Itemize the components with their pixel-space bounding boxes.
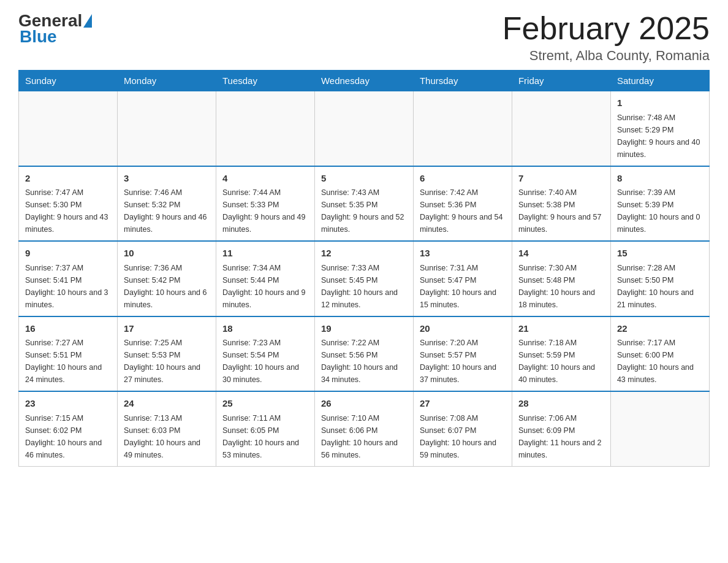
col-wednesday: Wednesday	[314, 71, 413, 91]
col-friday: Friday	[512, 71, 610, 91]
calendar-week-row: 16Sunrise: 7:27 AMSunset: 5:51 PMDayligh…	[19, 316, 710, 392]
location-subtitle: Stremt, Alba County, Romania	[502, 48, 710, 64]
calendar-week-row: 9Sunrise: 7:37 AMSunset: 5:41 PMDaylight…	[19, 241, 710, 316]
month-title: February 2025	[502, 12, 710, 44]
table-row: 28Sunrise: 7:06 AMSunset: 6:09 PMDayligh…	[512, 391, 610, 466]
logo-triangle-icon	[83, 14, 92, 28]
table-row	[19, 91, 118, 166]
table-row: 19Sunrise: 7:22 AMSunset: 5:56 PMDayligh…	[314, 316, 413, 392]
table-row: 5Sunrise: 7:43 AMSunset: 5:35 PMDaylight…	[314, 166, 413, 242]
table-row: 11Sunrise: 7:34 AMSunset: 5:44 PMDayligh…	[216, 241, 314, 316]
day-info: Sunrise: 7:20 AMSunset: 5:57 PMDaylight:…	[420, 337, 506, 386]
table-row: 22Sunrise: 7:17 AMSunset: 6:00 PMDayligh…	[610, 316, 709, 392]
day-info: Sunrise: 7:36 AMSunset: 5:42 PMDaylight:…	[124, 262, 210, 311]
table-row	[413, 91, 512, 166]
day-number: 20	[420, 322, 506, 336]
day-number: 8	[617, 172, 703, 186]
table-row: 20Sunrise: 7:20 AMSunset: 5:57 PMDayligh…	[413, 316, 512, 392]
day-info: Sunrise: 7:18 AMSunset: 5:59 PMDaylight:…	[518, 337, 604, 386]
table-row: 9Sunrise: 7:37 AMSunset: 5:41 PMDaylight…	[19, 241, 118, 316]
title-block: February 2025 Stremt, Alba County, Roman…	[502, 12, 710, 64]
calendar-week-row: 2Sunrise: 7:47 AMSunset: 5:30 PMDaylight…	[19, 166, 710, 242]
day-info: Sunrise: 7:43 AMSunset: 5:35 PMDaylight:…	[321, 186, 407, 236]
col-monday: Monday	[117, 71, 216, 91]
day-number: 28	[518, 397, 604, 411]
day-info: Sunrise: 7:27 AMSunset: 5:51 PMDaylight:…	[25, 337, 111, 386]
day-info: Sunrise: 7:11 AMSunset: 6:05 PMDaylight:…	[222, 412, 308, 461]
table-row	[512, 91, 610, 166]
table-row	[117, 91, 216, 166]
table-row: 12Sunrise: 7:33 AMSunset: 5:45 PMDayligh…	[314, 241, 413, 316]
day-info: Sunrise: 7:10 AMSunset: 6:06 PMDaylight:…	[321, 412, 407, 461]
table-row: 26Sunrise: 7:10 AMSunset: 6:06 PMDayligh…	[314, 391, 413, 466]
col-saturday: Saturday	[610, 71, 709, 91]
table-row: 2Sunrise: 7:47 AMSunset: 5:30 PMDaylight…	[19, 166, 118, 242]
day-number: 23	[25, 397, 111, 411]
day-number: 1	[617, 96, 703, 110]
day-number: 27	[420, 397, 506, 411]
calendar-week-row: 23Sunrise: 7:15 AMSunset: 6:02 PMDayligh…	[19, 391, 710, 466]
table-row	[314, 91, 413, 166]
logo-blue-text: Blue	[18, 27, 57, 47]
day-number: 15	[617, 247, 703, 261]
table-row: 27Sunrise: 7:08 AMSunset: 6:07 PMDayligh…	[413, 391, 512, 466]
day-number: 2	[25, 172, 111, 186]
table-row: 17Sunrise: 7:25 AMSunset: 5:53 PMDayligh…	[117, 316, 216, 392]
table-row: 6Sunrise: 7:42 AMSunset: 5:36 PMDaylight…	[413, 166, 512, 242]
table-row: 24Sunrise: 7:13 AMSunset: 6:03 PMDayligh…	[117, 391, 216, 466]
day-info: Sunrise: 7:30 AMSunset: 5:48 PMDaylight:…	[518, 262, 604, 311]
table-row: 7Sunrise: 7:40 AMSunset: 5:38 PMDaylight…	[512, 166, 610, 242]
day-info: Sunrise: 7:23 AMSunset: 5:54 PMDaylight:…	[222, 337, 308, 386]
day-number: 7	[518, 172, 604, 186]
day-number: 14	[518, 247, 604, 261]
day-info: Sunrise: 7:33 AMSunset: 5:45 PMDaylight:…	[321, 262, 407, 311]
table-row: 13Sunrise: 7:31 AMSunset: 5:47 PMDayligh…	[413, 241, 512, 316]
table-row	[610, 391, 709, 466]
day-number: 18	[222, 322, 308, 336]
logo: General Blue	[18, 12, 93, 47]
day-number: 5	[321, 172, 407, 186]
table-row: 18Sunrise: 7:23 AMSunset: 5:54 PMDayligh…	[216, 316, 314, 392]
table-row: 14Sunrise: 7:30 AMSunset: 5:48 PMDayligh…	[512, 241, 610, 316]
day-info: Sunrise: 7:31 AMSunset: 5:47 PMDaylight:…	[420, 262, 506, 311]
day-number: 26	[321, 397, 407, 411]
day-number: 6	[420, 172, 506, 186]
day-number: 24	[124, 397, 210, 411]
table-row: 23Sunrise: 7:15 AMSunset: 6:02 PMDayligh…	[19, 391, 118, 466]
day-info: Sunrise: 7:40 AMSunset: 5:38 PMDaylight:…	[518, 186, 604, 236]
day-number: 12	[321, 247, 407, 261]
day-info: Sunrise: 7:22 AMSunset: 5:56 PMDaylight:…	[321, 337, 407, 386]
page-header: General Blue February 2025 Stremt, Alba …	[18, 12, 710, 64]
day-number: 4	[222, 172, 308, 186]
table-row: 1Sunrise: 7:48 AMSunset: 5:29 PMDaylight…	[610, 91, 709, 166]
calendar-week-row: 1Sunrise: 7:48 AMSunset: 5:29 PMDaylight…	[19, 91, 710, 166]
day-info: Sunrise: 7:42 AMSunset: 5:36 PMDaylight:…	[420, 186, 506, 236]
table-row: 16Sunrise: 7:27 AMSunset: 5:51 PMDayligh…	[19, 316, 118, 392]
day-number: 13	[420, 247, 506, 261]
day-info: Sunrise: 7:44 AMSunset: 5:33 PMDaylight:…	[222, 186, 308, 236]
day-number: 10	[124, 247, 210, 261]
day-number: 16	[25, 322, 111, 336]
day-info: Sunrise: 7:06 AMSunset: 6:09 PMDaylight:…	[518, 412, 604, 461]
day-info: Sunrise: 7:37 AMSunset: 5:41 PMDaylight:…	[25, 262, 111, 311]
table-row: 4Sunrise: 7:44 AMSunset: 5:33 PMDaylight…	[216, 166, 314, 242]
day-info: Sunrise: 7:17 AMSunset: 6:00 PMDaylight:…	[617, 337, 703, 386]
day-info: Sunrise: 7:34 AMSunset: 5:44 PMDaylight:…	[222, 262, 308, 311]
day-number: 22	[617, 322, 703, 336]
day-info: Sunrise: 7:39 AMSunset: 5:39 PMDaylight:…	[617, 186, 703, 236]
day-number: 17	[124, 322, 210, 336]
day-number: 21	[518, 322, 604, 336]
table-row: 8Sunrise: 7:39 AMSunset: 5:39 PMDaylight…	[610, 166, 709, 242]
day-number: 11	[222, 247, 308, 261]
calendar-header-row: Sunday Monday Tuesday Wednesday Thursday…	[19, 71, 710, 91]
table-row: 21Sunrise: 7:18 AMSunset: 5:59 PMDayligh…	[512, 316, 610, 392]
calendar-table: Sunday Monday Tuesday Wednesday Thursday…	[18, 70, 710, 467]
table-row	[216, 91, 314, 166]
day-number: 3	[124, 172, 210, 186]
day-info: Sunrise: 7:48 AMSunset: 5:29 PMDaylight:…	[617, 112, 703, 161]
col-tuesday: Tuesday	[216, 71, 314, 91]
table-row: 3Sunrise: 7:46 AMSunset: 5:32 PMDaylight…	[117, 166, 216, 242]
day-info: Sunrise: 7:15 AMSunset: 6:02 PMDaylight:…	[25, 412, 111, 461]
day-info: Sunrise: 7:46 AMSunset: 5:32 PMDaylight:…	[124, 186, 210, 236]
day-info: Sunrise: 7:08 AMSunset: 6:07 PMDaylight:…	[420, 412, 506, 461]
